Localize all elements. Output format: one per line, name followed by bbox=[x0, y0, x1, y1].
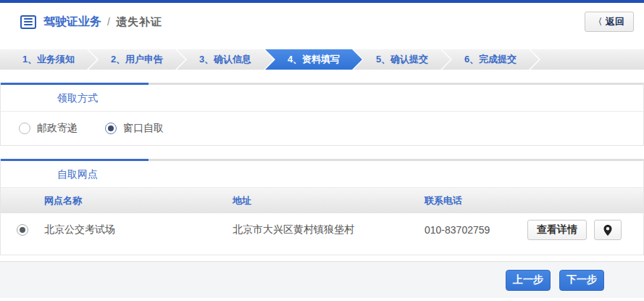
step-4-fill-data[interactable]: 4、资料填写 bbox=[265, 49, 362, 70]
section-top-border bbox=[1, 83, 643, 85]
page-title: 驾驶证业务 bbox=[43, 15, 101, 30]
page: 驾驶证业务 / 遗失补证 〈 返回 1、业务须知 2、用户申告 3、确认信息 4… bbox=[0, 0, 644, 301]
footer-action-bar: 上一步 下一步 bbox=[0, 261, 644, 298]
breadcrumb-separator: / bbox=[107, 16, 110, 28]
column-header-address: 地址 bbox=[233, 194, 425, 207]
step-5-confirm-submit[interactable]: 5、确认提交 bbox=[354, 49, 451, 70]
section-top-border bbox=[1, 159, 643, 161]
step-1-business-notice[interactable]: 1、业务须知 bbox=[0, 49, 97, 70]
back-button-label: 返回 bbox=[606, 15, 624, 28]
previous-step-button[interactable]: 上一步 bbox=[506, 270, 551, 291]
step-wizard: 1、业务须知 2、用户申告 3、确认信息 4、资料填写 5、确认提交 6、完成提… bbox=[0, 49, 644, 70]
radio-window-pickup-label: 窗口自取 bbox=[123, 122, 164, 135]
radio-window-pickup[interactable]: 窗口自取 bbox=[105, 122, 164, 135]
view-details-button[interactable]: 查看详情 bbox=[527, 220, 587, 240]
location-phone: 010-83702759 bbox=[425, 224, 527, 236]
radio-postal-delivery[interactable]: 邮政寄递 bbox=[19, 122, 78, 135]
pickup-method-section: 领取方式 邮政寄递 窗口自取 bbox=[0, 83, 644, 146]
step-bar-filler bbox=[530, 49, 644, 70]
pickup-locations-title: 自取网点 bbox=[1, 161, 643, 188]
radio-unselected-icon[interactable] bbox=[19, 123, 30, 134]
location-table-row[interactable]: 北京公交考试场 北京市大兴区黄村镇狼垡村 010-83702759 查看详情 bbox=[1, 213, 643, 247]
chevron-left-icon: 〈 bbox=[595, 16, 602, 28]
breadcrumb-current: 遗失补证 bbox=[116, 15, 162, 29]
table-bottom-padding bbox=[1, 247, 643, 255]
location-address: 北京市大兴区黄村镇狼垡村 bbox=[233, 223, 425, 236]
map-location-button[interactable] bbox=[594, 220, 622, 240]
radio-postal-delivery-label: 邮政寄递 bbox=[37, 122, 78, 135]
column-header-phone: 联系电话 bbox=[425, 194, 527, 207]
step-2-user-declaration[interactable]: 2、用户申告 bbox=[88, 49, 185, 70]
back-button[interactable]: 〈 返回 bbox=[585, 12, 634, 32]
page-header: 驾驶证业务 / 遗失补证 〈 返回 bbox=[0, 3, 644, 41]
radio-selected-icon[interactable] bbox=[105, 123, 117, 134]
pickup-locations-section: 自取网点 网点名称 地址 联系电话 北京公交考试场 北京市大兴区黄村镇狼垡村 0… bbox=[0, 159, 644, 255]
locations-table-header: 网点名称 地址 联系电话 bbox=[1, 188, 643, 213]
map-pin-icon bbox=[603, 225, 612, 236]
location-name: 北京公交考试场 bbox=[44, 223, 233, 236]
row-radio-selected-icon[interactable] bbox=[17, 224, 28, 236]
pickup-method-title: 领取方式 bbox=[1, 85, 643, 112]
step-3-confirm-info[interactable]: 3、确认信息 bbox=[177, 49, 274, 70]
column-header-name: 网点名称 bbox=[44, 194, 233, 207]
pickup-method-options: 邮政寄递 窗口自取 bbox=[1, 112, 643, 145]
list-icon bbox=[20, 15, 36, 29]
next-step-button[interactable]: 下一步 bbox=[559, 270, 604, 291]
step-6-complete-submit[interactable]: 6、完成提交 bbox=[442, 49, 539, 70]
